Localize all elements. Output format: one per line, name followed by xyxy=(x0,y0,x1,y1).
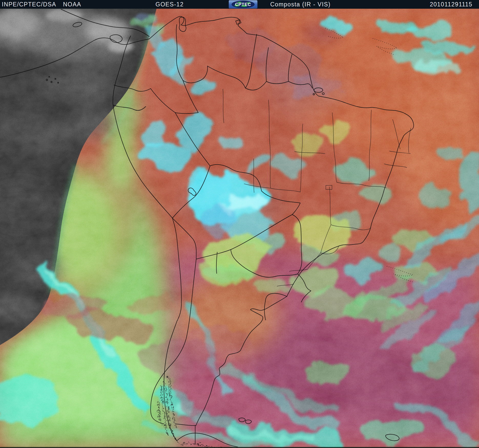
label-timestamp: 201011291115 xyxy=(430,1,472,8)
label-product: Composta (IR - VIS) xyxy=(270,1,331,8)
cptec-logo: CPTEC xyxy=(229,0,257,8)
header-bar: INPE/CPTEC/DSA NOAA GOES-12 CPTEC Compos… xyxy=(0,0,479,9)
logo-text: CPTEC xyxy=(235,2,251,7)
bottom-edge xyxy=(0,447,479,448)
label-noaa: NOAA xyxy=(63,1,81,8)
label-satellite: GOES-12 xyxy=(155,1,184,8)
satellite-image xyxy=(0,0,479,448)
satellite-viewer: INPE/CPTEC/DSA NOAA GOES-12 CPTEC Compos… xyxy=(0,0,479,448)
label-agency: INPE/CPTEC/DSA xyxy=(2,1,56,8)
texture-grain xyxy=(0,0,479,448)
